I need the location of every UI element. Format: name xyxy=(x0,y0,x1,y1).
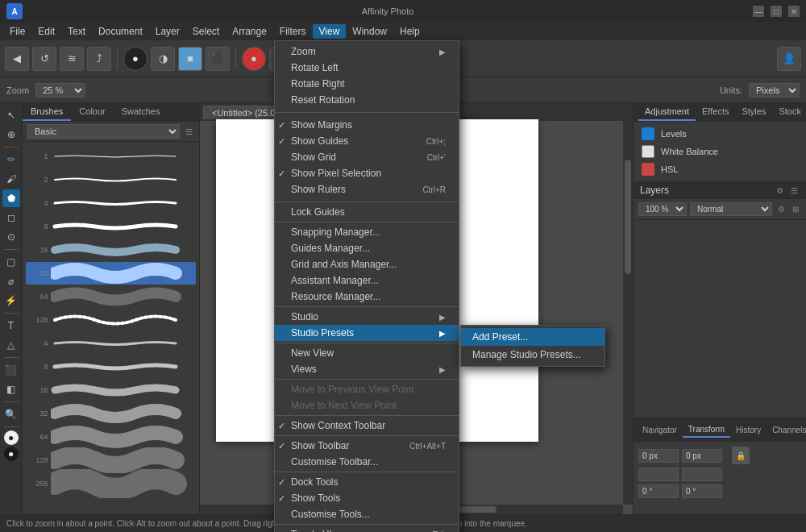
menu-entry-guides-mgr[interactable]: Guides Manager... xyxy=(275,240,459,256)
tool-clone[interactable]: ⊙ xyxy=(2,228,20,246)
menu-entry-reset-rotation[interactable]: Reset Rotation xyxy=(275,92,459,108)
menu-entry-grid-axis[interactable]: Grid and Axis Manager... xyxy=(275,256,459,272)
toolbar-circle-btn[interactable]: ● xyxy=(123,47,147,71)
maximize-button[interactable]: □ xyxy=(771,6,782,17)
adj-levels[interactable]: Levels xyxy=(637,125,803,143)
brush-item-9[interactable]: 4 xyxy=(26,332,196,355)
tab-transform[interactable]: Transform xyxy=(683,422,730,438)
transform-x[interactable] xyxy=(638,449,679,463)
layers-opacity-select[interactable]: 100 % xyxy=(638,202,687,216)
brush-item-15[interactable]: 256 xyxy=(26,472,196,495)
brush-category-select[interactable]: Basic xyxy=(27,124,180,139)
brush-item-4[interactable]: 8 xyxy=(26,215,196,238)
tool-color-bg[interactable]: ● xyxy=(4,447,19,461)
toolbar-waveform-btn[interactable]: ≋ xyxy=(60,47,84,71)
tool-magic[interactable]: ⚡ xyxy=(2,292,20,310)
transform-h[interactable] xyxy=(682,468,722,481)
tab-colour[interactable]: Colour xyxy=(71,103,113,121)
menu-entry-show-context-toolbar[interactable]: ✓ Show Context Toolbar xyxy=(275,418,459,434)
menu-help[interactable]: Help xyxy=(393,24,426,39)
brush-item-11[interactable]: 16 xyxy=(26,379,196,401)
transform-angle1[interactable] xyxy=(638,484,679,498)
tab-effects[interactable]: Effects xyxy=(696,103,735,121)
menu-entry-show-guides[interactable]: ✓ Show Guides Ctrl+; xyxy=(275,133,459,149)
menu-entry-snapping[interactable]: Snapping Manager... xyxy=(275,224,459,240)
tab-history[interactable]: History xyxy=(730,423,767,437)
tool-lasso[interactable]: ⌀ xyxy=(2,272,20,290)
layers-icon-1[interactable]: ⚙ xyxy=(774,185,785,196)
tool-selection[interactable]: ▢ xyxy=(2,253,20,271)
menu-entry-show-pixel-sel[interactable]: ✓ Show Pixel Selection xyxy=(275,165,459,181)
menu-file[interactable]: File xyxy=(3,24,31,39)
toolbar-refresh-btn[interactable]: ↺ xyxy=(32,47,56,71)
tab-adjustment[interactable]: Adjustment xyxy=(638,103,696,121)
brushes-menu-icon[interactable]: ☰ xyxy=(183,126,194,137)
adj-hsl[interactable]: HSL xyxy=(637,160,803,178)
minimize-button[interactable]: — xyxy=(753,6,764,17)
brush-item-7[interactable]: 64 xyxy=(26,285,196,308)
close-button[interactable]: ✕ xyxy=(788,6,800,17)
tab-swatches[interactable]: Swatches xyxy=(114,103,168,121)
tool-shape[interactable]: △ xyxy=(2,336,20,354)
menu-entry-rotate-right[interactable]: Rotate Right xyxy=(275,76,459,92)
tool-fill[interactable]: ⬛ xyxy=(2,361,20,379)
transform-angle2[interactable] xyxy=(682,484,722,498)
menu-entry-new-view[interactable]: New View xyxy=(275,345,459,361)
menu-entry-show-toolbar[interactable]: ✓ Show Toolbar Ctrl+Alt+T xyxy=(275,438,459,454)
brush-item-6[interactable]: 32 xyxy=(26,262,196,285)
tool-eraser[interactable]: ◻ xyxy=(2,209,20,227)
layers-settings-icon[interactable]: ⚙ xyxy=(775,204,787,215)
tool-crop[interactable]: ⊕ xyxy=(2,126,20,143)
menu-arrange[interactable]: Arrange xyxy=(226,24,273,39)
tool-active[interactable]: ⬟ xyxy=(2,189,20,207)
menu-entry-rotate-left[interactable]: Rotate Left xyxy=(275,60,459,76)
toolbar-half-circle-btn[interactable]: ◑ xyxy=(151,47,175,71)
menu-entry-toggle-ui[interactable]: Toggle UI Tab xyxy=(275,526,459,532)
tool-gradient[interactable]: ◧ xyxy=(2,380,20,398)
transform-w[interactable] xyxy=(638,468,679,481)
brush-item-13[interactable]: 64 xyxy=(26,426,196,448)
menu-entry-show-grid[interactable]: Show Grid Ctrl+' xyxy=(275,149,459,165)
menu-entry-assistant[interactable]: Assistant Manager... xyxy=(275,272,459,289)
menu-document[interactable]: Document xyxy=(92,24,149,39)
brush-item-8[interactable]: 128 xyxy=(26,309,196,331)
brush-item-12[interactable]: 32 xyxy=(26,402,196,425)
menu-view[interactable]: View xyxy=(313,24,347,39)
tool-color-fg[interactable]: ● xyxy=(4,430,19,445)
menu-entry-resource[interactable]: Resource Manager... xyxy=(275,289,459,305)
layers-grid-icon[interactable]: ⊞ xyxy=(790,204,801,215)
toolbar-color-btn[interactable]: ■ xyxy=(178,47,202,71)
menu-entry-studio-presets[interactable]: Studio Presets ▶ Add Preset... Manage St… xyxy=(275,325,459,341)
menu-entry-zoom[interactable]: Zoom ▶ xyxy=(275,44,459,60)
tab-channels[interactable]: Channels xyxy=(767,423,806,437)
tab-navigator[interactable]: Navigator xyxy=(637,423,683,437)
menu-entry-lock-guides[interactable]: Lock Guides xyxy=(275,204,459,220)
tool-zoom[interactable]: 🔍 xyxy=(2,405,20,423)
submenu-manage-presets[interactable]: Manage Studio Presets... xyxy=(461,346,604,364)
transform-lock-icon[interactable]: 🔒 xyxy=(732,447,750,464)
layers-icon-2[interactable]: ☰ xyxy=(788,185,800,196)
menu-entry-show-tools[interactable]: ✓ Show Tools xyxy=(275,490,459,506)
menu-entry-customise-tools[interactable]: Customise Tools... xyxy=(275,506,459,522)
brush-item-10[interactable]: 8 xyxy=(26,355,196,378)
tab-brushes[interactable]: Brushes xyxy=(23,103,71,121)
tool-pointer[interactable]: ↖ xyxy=(2,106,20,124)
zoom-select[interactable]: 25 % 50 % 100 % xyxy=(35,83,85,98)
menu-entry-views[interactable]: Views ▶ xyxy=(275,361,459,377)
scrollbar-vertical[interactable] xyxy=(623,121,633,505)
submenu-add-preset[interactable]: Add Preset... xyxy=(461,328,604,346)
layers-blend-mode[interactable]: Normal Multiply Screen xyxy=(690,202,772,216)
tab-stock[interactable]: Stock xyxy=(772,103,806,121)
brush-item-5[interactable]: 16 xyxy=(26,239,196,261)
tool-brush[interactable]: ✏ xyxy=(2,151,20,168)
brush-item-2[interactable]: 2 xyxy=(26,168,196,191)
toolbar-swatch-btn[interactable]: ⬛ xyxy=(206,47,230,71)
menu-edit[interactable]: Edit xyxy=(31,24,61,39)
menu-entry-studio[interactable]: Studio ▶ xyxy=(275,309,459,325)
toolbar-person-btn[interactable]: 👤 xyxy=(777,47,801,71)
menu-select[interactable]: Select xyxy=(186,24,226,39)
menu-layer[interactable]: Layer xyxy=(149,24,186,39)
tool-text[interactable]: T xyxy=(2,317,20,335)
toolbar-red-btn[interactable]: ● xyxy=(242,47,266,71)
menu-entry-customise-toolbar[interactable]: Customise Toolbar... xyxy=(275,454,459,470)
